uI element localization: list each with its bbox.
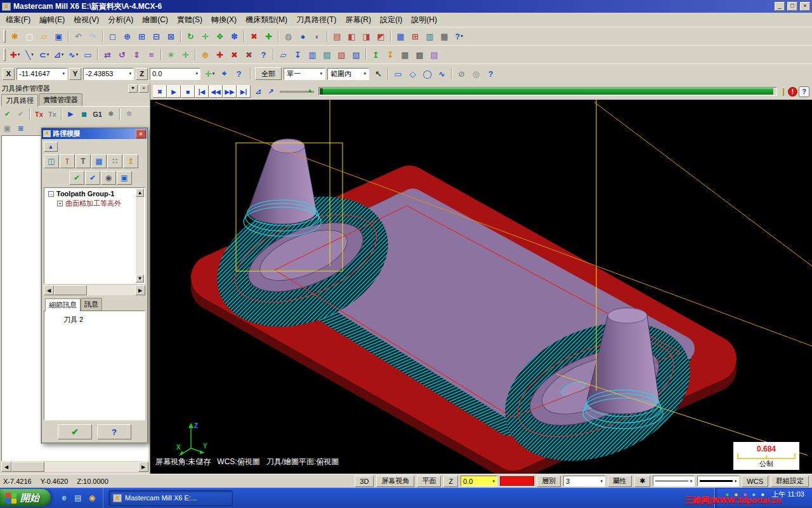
line-width-combo[interactable]: ▾ (697, 476, 739, 486)
fit-icon[interactable]: ❖ (213, 29, 227, 43)
select-polygon-icon[interactable]: ◇ (405, 67, 420, 81)
xform-rotate-icon[interactable]: ↺ (115, 48, 129, 62)
menu-item[interactable]: 檢視(V) (69, 13, 103, 27)
close-button[interactable]: × (800, 2, 810, 11)
unzoom-icon[interactable]: ⊟ (149, 29, 164, 43)
create-line-icon[interactable]: ╲▾ (22, 48, 37, 62)
dropdown-caret-icon[interactable]: ▾ (735, 479, 737, 484)
select-last-icon[interactable]: ↖ (371, 67, 386, 81)
scroll-left-icon[interactable]: ◀ (1, 462, 11, 472)
dropdown-caret-icon[interactable]: ▾ (363, 71, 366, 76)
autocursor-icon[interactable]: ✛▾ (202, 67, 217, 81)
delete-icon[interactable]: ✖ (227, 48, 242, 62)
gnomon-icon[interactable]: ✳ (164, 48, 178, 62)
backplot-progress-bar[interactable] (318, 87, 777, 96)
progress-lever-icon[interactable]: ❙ (780, 87, 787, 96)
show-endpoints-icon[interactable]: ∷ (107, 154, 122, 168)
material-list-icon[interactable]: ▤ (427, 48, 442, 62)
analyze-config-icon[interactable]: ✱ (8, 29, 22, 43)
surface-rough-icon[interactable]: ▨ (334, 48, 349, 62)
taskbar-task-mastercam[interactable]: X Mastercam Mill X6 E:... (108, 490, 233, 506)
collapse-panel-button[interactable]: ▲ (44, 142, 58, 152)
create-point-icon[interactable]: ✚▾ (8, 48, 22, 62)
tree-item-operation[interactable]: + 曲面精加工等高外 (46, 198, 136, 209)
lock-panel-icon[interactable]: ▣ (1, 122, 14, 135)
create-arc-icon[interactable]: ⊂▾ (37, 48, 51, 62)
show-desktop-icon[interactable]: ▤ (72, 492, 84, 504)
trim-icon[interactable]: ⊕ (198, 48, 213, 62)
gview-button[interactable]: 屏幕視角 (376, 476, 414, 487)
scroll-left-icon[interactable]: ◀ (44, 285, 54, 295)
scroll-track[interactable] (87, 285, 135, 295)
shaded-display-icon[interactable]: ● (296, 29, 310, 43)
toolpath-lock-icon[interactable]: Tx (32, 108, 46, 121)
fluid-display-icon[interactable]: ≋ (14, 122, 27, 135)
x-dropdown-caret-icon[interactable]: ▾ (62, 71, 65, 76)
scroll-track[interactable] (136, 197, 144, 274)
dropdown-caret-icon[interactable]: ▾ (601, 479, 603, 484)
create-rectangle-icon[interactable]: ▭ (81, 48, 95, 62)
toolpath-display-toggle-icon[interactable]: Tx (46, 108, 59, 121)
high-feed-icon[interactable]: ✱ (104, 108, 117, 121)
tree-vertical-scrollbar[interactable]: ▲ ▼ (136, 189, 144, 283)
ok-button[interactable]: ✔ (58, 424, 92, 439)
menu-item[interactable]: 實體(S) (173, 13, 207, 27)
regen-all-operations-icon[interactable]: ✔ (14, 108, 27, 121)
dynamic-rotate-icon[interactable]: ↻ (183, 29, 198, 43)
select-window-icon[interactable]: ▭ (391, 67, 405, 81)
wireframe-display-icon[interactable]: ◍ (281, 29, 296, 43)
menu-item[interactable]: 編輯(E) (35, 13, 69, 27)
tab-toolpaths[interactable]: 刀具路徑 (1, 94, 38, 107)
ie-icon[interactable]: e (58, 492, 70, 504)
scroll-thumb[interactable] (54, 285, 87, 295)
panel-horizontal-scrollbar[interactable]: ◀ ▶ (1, 462, 148, 472)
select-invalid-icon[interactable]: ⊘ (454, 67, 469, 81)
verify-selected-icon[interactable]: ◼ (77, 108, 91, 121)
toolbar-drag-handle[interactable] (3, 48, 6, 61)
attributes-button[interactable]: 屬性 (608, 476, 632, 487)
set-depth-icon[interactable]: ↧ (383, 48, 398, 62)
go-end-icon[interactable]: ▶| (237, 85, 251, 98)
select-area-icon[interactable]: ◯ (420, 67, 435, 81)
line-style-combo[interactable]: ▾ (653, 476, 695, 486)
delete-duplicates-icon[interactable]: ✖ (242, 48, 256, 62)
layer-combo[interactable]: 3 ▾ (563, 476, 605, 486)
select-verify-icon[interactable]: ◎ (469, 67, 483, 81)
toolpath-face-icon[interactable]: ▤ (320, 48, 334, 62)
step-forward-icon[interactable]: ▶▶ (223, 85, 237, 98)
select-vector-icon[interactable]: ∿ (435, 67, 449, 81)
save-geometry-icon[interactable]: ▣ (117, 171, 132, 185)
repaint-icon[interactable]: ✽ (227, 29, 242, 43)
snapshot-icon[interactable]: ◉ (101, 171, 116, 185)
calculator-icon[interactable]: ▦ (437, 29, 452, 43)
maximize-button[interactable]: □ (787, 2, 797, 11)
show-tool-icon[interactable]: ⊺ (60, 154, 75, 168)
unzoom-80-icon[interactable]: ⊠ (164, 29, 178, 43)
toolpath-drill-icon[interactable]: ↧ (291, 48, 305, 62)
menu-item[interactable]: 設定(I) (376, 13, 407, 27)
dropdown-caret-icon[interactable]: ▾ (690, 479, 693, 484)
fastpoint-icon[interactable]: ⌖ (217, 67, 232, 81)
edit-path-icon[interactable]: ↗ (265, 85, 277, 98)
play-icon[interactable]: ▶ (167, 85, 181, 98)
scroll-track[interactable] (44, 462, 138, 472)
sim-colors-icon[interactable]: ◫ (44, 154, 59, 168)
step-back-icon[interactable]: ◀◀ (209, 85, 223, 98)
menu-item[interactable]: 分析(A) (103, 13, 138, 27)
scroll-right-icon[interactable]: ▶ (138, 462, 148, 472)
z-depth-field[interactable]: 0.0 ▾ (461, 476, 497, 486)
planes-icon[interactable]: ▦ (393, 29, 408, 43)
scroll-right-icon[interactable]: ▶ (135, 285, 145, 295)
stop-conditions-icon[interactable]: ! (788, 87, 797, 97)
menu-item[interactable]: 檔案(F) (1, 13, 35, 27)
layer-button[interactable]: 層別 (537, 476, 561, 487)
analyze-help-icon[interactable]: ? (256, 48, 271, 62)
plane-button[interactable]: 平面 (417, 476, 441, 487)
ram-saver-icon[interactable]: ▥ (422, 29, 437, 43)
go-start-icon[interactable]: |◀ (195, 85, 209, 98)
grid-settings-icon[interactable]: ⊞ (408, 29, 422, 43)
new-file-icon[interactable]: ▢ (22, 29, 37, 43)
pan-icon[interactable]: ✛ (198, 29, 213, 43)
tab-solids[interactable]: 實體管理器 (39, 93, 82, 106)
select-all-operations-icon[interactable]: ✔ (1, 108, 14, 121)
